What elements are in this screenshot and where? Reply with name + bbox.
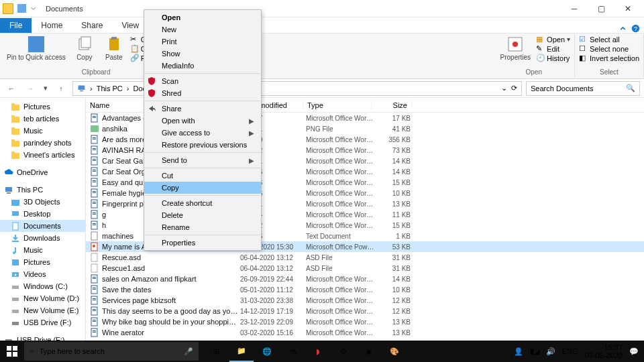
menu-item[interactable]: Share [144, 103, 261, 115]
maximize-button[interactable]: ▢ [588, 0, 614, 17]
sidebar-item[interactable]: Downloads [0, 232, 85, 244]
tray-date[interactable]: 07-05-2020 [585, 351, 623, 359]
folder-icon [11, 114, 20, 123]
back-button[interactable]: ← [4, 81, 19, 96]
select-none-button[interactable]: ☐Select none [579, 44, 639, 53]
menu-item[interactable]: Cut [144, 170, 261, 182]
menu-item[interactable]: Copy [144, 182, 261, 194]
svg-rect-24 [7, 192, 11, 194]
history-button[interactable]: 🕘History [536, 54, 570, 62]
tab-file[interactable]: File [0, 18, 32, 33]
svg-rect-43 [93, 137, 96, 138]
file-row[interactable]: This day seems to be a good day as you m… [86, 306, 644, 316]
address-box[interactable]: › This PC › Documents ⌄ ⟳ [72, 81, 522, 96]
minimize-button[interactable]: ─ [561, 0, 588, 17]
sidebar-item[interactable]: USB Drive (F:) [0, 316, 85, 328]
sidebar-item[interactable]: Music [0, 244, 85, 256]
menu-item[interactable]: New [144, 23, 261, 36]
sidebar-item[interactable]: Desktop [0, 208, 85, 220]
up-button[interactable]: ↑ [54, 81, 68, 96]
tray-network-icon[interactable]: ▮◢ [530, 347, 539, 356]
file-icon [90, 328, 99, 337]
tray-lang[interactable]: ENG [562, 347, 578, 355]
sidebar-item[interactable]: Documents [0, 220, 85, 232]
sidebar-item[interactable]: Music [0, 125, 85, 137]
menu-item[interactable]: Open [144, 11, 261, 23]
menu-item[interactable]: Shred [144, 87, 261, 99]
recent-dropdown[interactable]: ▾ [42, 81, 50, 96]
sidebar-item[interactable]: This PC [0, 184, 85, 196]
menu-item[interactable]: Send to▶ [144, 154, 261, 166]
breadcrumb-pc[interactable]: This PC [97, 84, 123, 93]
taskbar-settings[interactable]: ⚙ [331, 341, 356, 362]
svg-rect-85 [93, 310, 96, 311]
taskbar-paint[interactable]: 🎨 [382, 341, 407, 362]
close-button[interactable]: ✕ [614, 0, 641, 17]
menu-item[interactable]: Scan [144, 75, 261, 87]
open-ribbon-button[interactable]: ▦Open ▾ [536, 35, 570, 44]
menu-item[interactable]: Delete [144, 209, 261, 221]
file-row[interactable]: Wine aerator03-02-2020 15:16Microsoft Of… [86, 327, 644, 338]
col-type[interactable]: Type [303, 101, 372, 109]
menu-item[interactable]: Print [144, 36, 261, 48]
address-dropdown-icon[interactable]: ⌄ [501, 84, 507, 93]
tray-up-icon[interactable]: ˆ [504, 347, 507, 355]
sidebar-item[interactable]: Pictures [0, 256, 85, 268]
forward-button[interactable]: → [23, 81, 38, 96]
sidebar-item[interactable]: 3D Objects [0, 196, 85, 208]
menu-item[interactable]: Show [144, 48, 261, 60]
navigation-pane[interactable]: Picturesteb articlesMusicparindey shotsV… [0, 98, 86, 353]
pin-quick-access-button[interactable]: Pin to Quick access [4, 35, 68, 62]
taskbar-chrome[interactable]: ◉ [357, 341, 381, 362]
tray-people-icon[interactable]: 👤 [514, 347, 523, 356]
taskbar-mcafee[interactable]: ◗ [306, 341, 330, 362]
svg-rect-14 [11, 103, 15, 105]
file-row[interactable]: sales on Amazon and flipkart26-09-2019 2… [86, 274, 644, 284]
svg-rect-47 [93, 149, 96, 150]
file-row[interactable]: Rescue.asd06-04-2020 13:12ASD File31 KB [86, 252, 644, 263]
task-view-button[interactable]: ⊞ [204, 341, 228, 362]
refresh-icon[interactable]: ⟳ [511, 84, 517, 93]
sidebar-item[interactable]: Pictures [0, 101, 85, 113]
sidebar-item[interactable]: New Volume (D:) [0, 292, 85, 304]
copy-button[interactable]: Copy [71, 35, 98, 62]
mic-icon[interactable]: 🎤 [184, 347, 193, 356]
paste-button[interactable]: Paste [101, 35, 127, 62]
file-icon [90, 263, 99, 273]
taskbar-explorer[interactable]: 📁 [229, 341, 254, 362]
taskbar[interactable]: ○ Type here to search 🎤 ⊞ 📁 🌐 🛍 ◗ ⚙ ◉ 🎨 … [0, 341, 644, 362]
tab-home[interactable]: Home [32, 18, 72, 33]
sidebar-item[interactable]: Videos [0, 268, 85, 280]
file-row[interactable]: Why bike bag should be in your shopping … [86, 316, 644, 327]
sidebar-item[interactable]: teb articles [0, 113, 85, 125]
col-size[interactable]: Size [372, 101, 412, 109]
file-row[interactable]: Rescue1.asd06-04-2020 13:12ASD File31 KB [86, 263, 644, 274]
menu-item[interactable]: MediaInfo [144, 60, 261, 72]
start-button[interactable] [0, 341, 24, 362]
qat-dropdown-icon[interactable] [29, 4, 38, 13]
file-row[interactable]: Services page kbizsoft31-03-2020 23:38Mi… [86, 295, 644, 306]
sidebar-item[interactable]: Windows (C:) [0, 280, 85, 292]
help-icon[interactable]: ? [631, 24, 640, 33]
sidebar-item[interactable]: OneDrive [0, 166, 85, 178]
sidebar-item[interactable]: New Volume (E:) [0, 304, 85, 316]
file-row[interactable]: Save the dates05-01-2020 11:12Microsoft … [86, 284, 644, 295]
tray-volume-icon[interactable]: 🔊 [546, 347, 555, 356]
menu-item[interactable]: Restore previous versions [144, 139, 261, 151]
ribbon-collapse-icon[interactable] [619, 24, 627, 33]
sidebar-item[interactable]: Vineet's articles [0, 149, 85, 161]
notifications-icon[interactable]: 💬 [629, 347, 639, 356]
menu-item[interactable]: Open with▶ [144, 115, 261, 127]
search-input[interactable]: Search Documents 🔍 [526, 81, 640, 96]
qat-icon[interactable] [17, 4, 26, 13]
invert-selection-button[interactable]: ◧Invert selection [579, 54, 639, 62]
taskbar-store[interactable]: 🛍 [280, 341, 305, 362]
properties-button[interactable]: Properties [498, 35, 534, 62]
taskbar-edge[interactable]: 🌐 [255, 341, 279, 362]
tray-time[interactable]: 15:37 [585, 343, 623, 351]
sidebar-item[interactable]: parindey shots [0, 137, 85, 149]
edit-button[interactable]: ✎Edit [536, 44, 570, 53]
tab-share[interactable]: Share [72, 18, 112, 33]
taskbar-search[interactable]: ○ Type here to search 🎤 [24, 342, 199, 361]
select-all-button[interactable]: ☑Select all [579, 35, 639, 44]
